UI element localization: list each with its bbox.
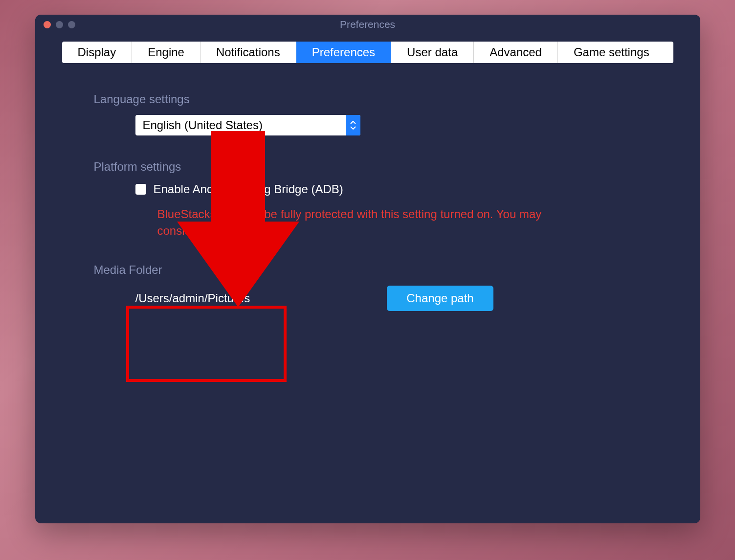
- titlebar: Preferences: [35, 15, 700, 34]
- language-section-label: Language settings: [94, 92, 642, 106]
- maximize-button[interactable]: [68, 21, 75, 28]
- adb-checkbox-label: Enable Android Debug Bridge (ADB): [154, 182, 343, 196]
- tab-notifications[interactable]: Notifications: [200, 42, 296, 63]
- tab-advanced[interactable]: Advanced: [474, 42, 558, 63]
- change-path-button[interactable]: Change path: [387, 286, 493, 311]
- media-section-label: Media Folder: [94, 263, 642, 277]
- preferences-window: Preferences Display Engine Notifications…: [35, 15, 700, 523]
- traffic-lights: [35, 21, 75, 28]
- media-section: Media Folder /Users/admin/Pictures Chang…: [94, 263, 642, 311]
- media-path-row: /Users/admin/Pictures Change path: [94, 286, 642, 311]
- tab-display[interactable]: Display: [62, 42, 133, 63]
- language-section: Language settings English (United States…: [94, 92, 642, 135]
- minimize-button[interactable]: [56, 21, 63, 28]
- close-button[interactable]: [44, 21, 51, 28]
- content-area: Language settings English (United States…: [35, 63, 700, 365]
- tab-user-data[interactable]: User data: [391, 42, 474, 63]
- language-select[interactable]: English (United States): [135, 115, 360, 135]
- media-path-value: /Users/admin/Pictures: [135, 291, 250, 305]
- language-select-value: English (United States): [135, 118, 346, 132]
- adb-warning-text: BlueStacks may not be fully protected wi…: [157, 206, 558, 239]
- adb-checkbox-row: Enable Android Debug Bridge (ADB): [135, 182, 642, 196]
- tab-preferences[interactable]: Preferences: [296, 42, 391, 63]
- platform-section: Platform settings Enable Android Debug B…: [94, 160, 642, 239]
- tab-engine[interactable]: Engine: [132, 42, 200, 63]
- adb-checkbox[interactable]: [135, 184, 146, 195]
- tabs-bar: Display Engine Notifications Preferences…: [62, 42, 673, 63]
- platform-section-label: Platform settings: [94, 160, 642, 174]
- window-title: Preferences: [340, 19, 395, 30]
- select-arrows-icon: [346, 115, 360, 135]
- tab-game-settings[interactable]: Game settings: [558, 42, 665, 63]
